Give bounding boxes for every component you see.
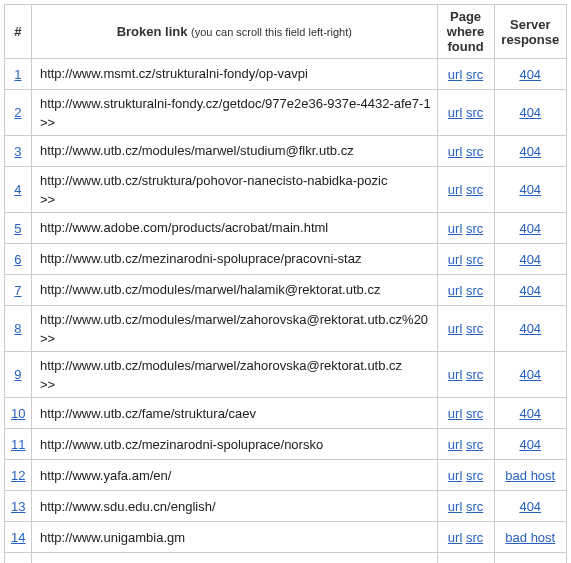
server-response-cell: 404 xyxy=(494,59,566,90)
page-src-link[interactable]: src xyxy=(466,67,483,82)
broken-link-url[interactable]: http://www.yafa.am/en/ xyxy=(38,466,431,486)
page-src-link[interactable]: src xyxy=(466,221,483,236)
broken-link-url[interactable]: http://www.unigambia.gm xyxy=(38,528,431,548)
page-url-link[interactable]: url xyxy=(448,468,462,483)
row-number-link[interactable]: 14 xyxy=(5,522,32,553)
broken-link-url[interactable]: http://www.utb.cz/modules/marwel/zahorov… xyxy=(38,356,431,376)
page-url-link[interactable]: url xyxy=(448,105,462,120)
broken-link-cell: http://www.utb.cz/modules/marwel/zahorov… xyxy=(31,352,437,398)
page-src-link[interactable]: src xyxy=(466,105,483,120)
page-url-link[interactable]: url xyxy=(448,221,462,236)
broken-links-table: # Broken link (you can scroll this field… xyxy=(4,4,567,563)
broken-link-cell: http://www.strukturalni-fondy.cz/getdoc/… xyxy=(31,90,437,136)
broken-link-url[interactable]: http://www.utb.cz/modules/marwel/zahorov… xyxy=(38,310,431,330)
broken-link-url[interactable]: http://www.msmt.cz/strukturalni-fondy/op… xyxy=(38,64,431,84)
page-url-link[interactable]: url xyxy=(448,437,462,452)
broken-link-continuation: >> xyxy=(38,191,431,209)
server-response-link[interactable]: 404 xyxy=(519,283,541,298)
table-row: 15http://www.wsb.net.pl/uczelnia/english… xyxy=(5,553,567,563)
broken-link-cell: http://www.utb.cz/mezinarodni-spoluprace… xyxy=(31,429,437,460)
page-url-link[interactable]: url xyxy=(448,367,462,382)
broken-link-cell: http://www.wsb.net.pl/uczelnia/english xyxy=(31,553,437,563)
table-row: 4http://www.utb.cz/struktura/pohovor-nan… xyxy=(5,167,567,213)
page-url-link[interactable]: url xyxy=(448,321,462,336)
page-url-link[interactable]: url xyxy=(448,144,462,159)
server-response-link[interactable]: 404 xyxy=(519,105,541,120)
server-response-link[interactable]: bad host xyxy=(505,530,555,545)
page-url-link[interactable]: url xyxy=(448,406,462,421)
server-response-link[interactable]: 404 xyxy=(519,406,541,421)
page-url-link[interactable]: url xyxy=(448,283,462,298)
server-response-link[interactable]: 404 xyxy=(519,367,541,382)
broken-link-url[interactable]: http://www.strukturalni-fondy.cz/getdoc/… xyxy=(38,94,431,114)
broken-link-url[interactable]: http://www.utb.cz/fame/struktura/caev xyxy=(38,404,431,424)
page-url-link[interactable]: url xyxy=(448,499,462,514)
page-src-link[interactable]: src xyxy=(466,367,483,382)
row-number-link[interactable]: 2 xyxy=(5,90,32,136)
row-number-link[interactable]: 10 xyxy=(5,398,32,429)
server-response-link[interactable]: 404 xyxy=(519,252,541,267)
page-src-link[interactable]: src xyxy=(466,468,483,483)
page-src-link[interactable]: src xyxy=(466,283,483,298)
broken-link-url[interactable]: http://www.utb.cz/modules/marwel/halamik… xyxy=(38,280,431,300)
server-response-link[interactable]: 404 xyxy=(519,499,541,514)
table-row: 2http://www.strukturalni-fondy.cz/getdoc… xyxy=(5,90,567,136)
broken-link-url[interactable]: http://www.wsb.net.pl/uczelnia/english xyxy=(38,559,431,563)
row-number-link[interactable]: 3 xyxy=(5,136,32,167)
broken-link-cell: http://www.sdu.edu.cn/english/ xyxy=(31,491,437,522)
server-response-link[interactable]: bad host xyxy=(505,468,555,483)
broken-link-url[interactable]: http://www.adobe.com/products/acrobat/ma… xyxy=(38,218,431,238)
broken-link-url[interactable]: http://www.utb.cz/mezinarodni-spoluprace… xyxy=(38,435,431,455)
broken-link-url[interactable]: http://www.sdu.edu.cn/english/ xyxy=(38,497,431,517)
table-row: 10http://www.utb.cz/fame/struktura/caevu… xyxy=(5,398,567,429)
row-number-link[interactable]: 7 xyxy=(5,275,32,306)
row-number-link[interactable]: 1 xyxy=(5,59,32,90)
page-src-link[interactable]: src xyxy=(466,321,483,336)
broken-link-cell: http://www.msmt.cz/strukturalni-fondy/op… xyxy=(31,59,437,90)
server-response-cell: 404 xyxy=(494,244,566,275)
page-src-link[interactable]: src xyxy=(466,437,483,452)
page-src-link[interactable]: src xyxy=(466,182,483,197)
broken-link-url[interactable]: http://www.utb.cz/mezinarodni-spoluprace… xyxy=(38,249,431,269)
page-url-link[interactable]: url xyxy=(448,67,462,82)
page-where-found-cell: url src xyxy=(437,460,494,491)
page-src-link[interactable]: src xyxy=(466,252,483,267)
server-response-link[interactable]: 404 xyxy=(519,144,541,159)
row-number-link[interactable]: 4 xyxy=(5,167,32,213)
row-number-link[interactable]: 9 xyxy=(5,352,32,398)
server-response-cell: 404 xyxy=(494,352,566,398)
table-row: 5http://www.adobe.com/products/acrobat/m… xyxy=(5,213,567,244)
broken-link-url[interactable]: http://www.utb.cz/struktura/pohovor-nane… xyxy=(38,171,431,191)
server-response-link[interactable]: 404 xyxy=(519,437,541,452)
broken-link-continuation: >> xyxy=(38,114,431,132)
server-response-link[interactable]: 404 xyxy=(519,321,541,336)
row-number-link[interactable]: 13 xyxy=(5,491,32,522)
server-response-link[interactable]: 404 xyxy=(519,182,541,197)
page-url-link[interactable]: url xyxy=(448,252,462,267)
row-number-link[interactable]: 8 xyxy=(5,306,32,352)
table-row: 6http://www.utb.cz/mezinarodni-spoluprac… xyxy=(5,244,567,275)
server-response-link[interactable]: 404 xyxy=(519,67,541,82)
page-url-link[interactable]: url xyxy=(448,182,462,197)
server-response-cell: 404 xyxy=(494,429,566,460)
table-row: 11http://www.utb.cz/mezinarodni-spolupra… xyxy=(5,429,567,460)
page-where-found-cell: url src xyxy=(437,275,494,306)
page-src-link[interactable]: src xyxy=(466,406,483,421)
page-src-link[interactable]: src xyxy=(466,530,483,545)
row-number-link[interactable]: 11 xyxy=(5,429,32,460)
broken-link-url[interactable]: http://www.utb.cz/modules/marwel/studium… xyxy=(38,141,431,161)
row-number-link[interactable]: 12 xyxy=(5,460,32,491)
server-response-link[interactable]: 404 xyxy=(519,221,541,236)
broken-link-cell: http://www.utb.cz/modules/marwel/studium… xyxy=(31,136,437,167)
page-where-found-cell: url src xyxy=(437,244,494,275)
page-url-link[interactable]: url xyxy=(448,530,462,545)
table-row: 1http://www.msmt.cz/strukturalni-fondy/o… xyxy=(5,59,567,90)
row-number-link[interactable]: 6 xyxy=(5,244,32,275)
server-response-cell: 404 xyxy=(494,491,566,522)
table-row: 3http://www.utb.cz/modules/marwel/studiu… xyxy=(5,136,567,167)
page-src-link[interactable]: src xyxy=(466,144,483,159)
row-number-link[interactable]: 15 xyxy=(5,553,32,563)
table-row: 13http://www.sdu.edu.cn/english/url src4… xyxy=(5,491,567,522)
row-number-link[interactable]: 5 xyxy=(5,213,32,244)
page-src-link[interactable]: src xyxy=(466,499,483,514)
